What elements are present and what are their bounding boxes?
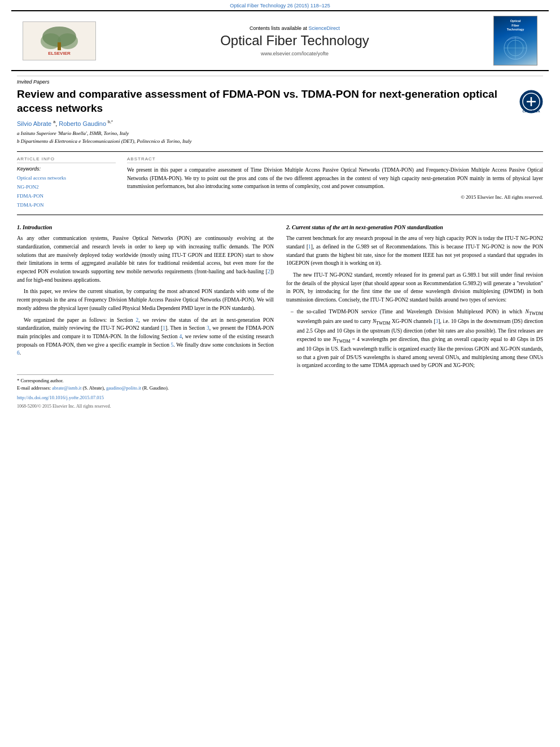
footnote-area: * Corresponding author. E-mail addresses… bbox=[17, 374, 274, 392]
section1-heading: 1. Introduction bbox=[17, 223, 274, 232]
list-item-twdm: – the so-called TWDM-PON service (Time a… bbox=[286, 308, 543, 370]
these-word: these bbox=[517, 355, 528, 360]
abstract-heading: ABSTRACT bbox=[127, 156, 543, 163]
main-content: Invited Papers Review and comparative as… bbox=[0, 71, 560, 416]
section2-heading: 2. Current status of the art in next-gen… bbox=[286, 223, 543, 232]
email-label: E-mail addresses: bbox=[17, 385, 51, 391]
doi-line[interactable]: http://dx.doi.org/10.1016/j.yofte.2015.0… bbox=[17, 394, 274, 401]
elsevier-tree-icon: ELSEVIER bbox=[34, 25, 85, 56]
email-line: E-mail addresses: abrate@ismb.it (S. Abr… bbox=[17, 385, 274, 392]
svg-rect-4 bbox=[58, 42, 61, 50]
copyright-notice: © 2015 Elsevier Inc. All rights reserved… bbox=[127, 194, 543, 200]
contents-available: Contents lists available at ScienceDirec… bbox=[102, 25, 488, 31]
right-column: 2. Current status of the art in next-gen… bbox=[286, 223, 543, 410]
keyword-3[interactable]: FDMA-PON bbox=[17, 191, 116, 200]
section1-para1: As any other communication systems, Pass… bbox=[17, 234, 274, 284]
body-columns: 1. Introduction As any other communicati… bbox=[17, 223, 543, 410]
authors-line: Silvio Abrate a, Roberto Gaudino b,* bbox=[17, 120, 543, 127]
crossmark-icon: CrossMark bbox=[519, 90, 543, 113]
keywords-label: Keywords: bbox=[17, 166, 116, 172]
cover-title-text: OpticalFiberTechnology bbox=[507, 19, 524, 32]
affiliations: a Istituto Superiore 'Mario Boella', ISM… bbox=[17, 129, 543, 146]
journal-ref: Optical Fiber Technology 26 (2015) 118–1… bbox=[230, 3, 330, 8]
section1-para2: In this paper, we review the current sit… bbox=[17, 287, 274, 312]
section2-para1: The current benchmark for any research p… bbox=[286, 234, 543, 268]
list-dash: – bbox=[291, 308, 294, 370]
abstract-panel: ABSTRACT We present in this paper a comp… bbox=[127, 156, 543, 210]
keyword-2[interactable]: NG-PON2 bbox=[17, 182, 116, 191]
paper-title: Review and comparative assessment of FDM… bbox=[17, 88, 502, 115]
journal-header: ELSEVIER Contents lists available at Sci… bbox=[11, 10, 549, 71]
affiliation-a: a Istituto Superiore 'Mario Boella', ISM… bbox=[17, 129, 543, 137]
article-info-panel: ARTICLE INFO Keywords: Optical access ne… bbox=[17, 156, 116, 210]
svg-text:ELSEVIER: ELSEVIER bbox=[48, 51, 71, 56]
cover-decoration bbox=[498, 34, 532, 62]
invited-papers-label: Invited Papers bbox=[17, 76, 543, 85]
list-item-text: the so-called TWDM-PON service (Time and… bbox=[297, 308, 543, 370]
corresponding-author-note: * Corresponding author. bbox=[17, 377, 274, 385]
issn-line: 1068-5200/© 2015 Elsevier Inc. All right… bbox=[17, 403, 274, 410]
affiliation-b: b Dipartimento di Elettronica e Telecomu… bbox=[17, 137, 543, 145]
sciencedirect-link[interactable]: ScienceDirect bbox=[309, 25, 340, 31]
author-silvio: Silvio Abrate bbox=[17, 120, 51, 127]
email-addresses: abrate@ismb.it (S. Abrate), gaudino@poli… bbox=[52, 385, 169, 391]
elsevier-logo-area: ELSEVIER bbox=[23, 21, 96, 60]
keywords-list: Optical access networks NG-PON2 FDMA-PON… bbox=[17, 173, 116, 210]
journal-header-center: Contents lists available at ScienceDirec… bbox=[96, 25, 493, 56]
section1-para3: We organized the paper as follows: in Se… bbox=[17, 316, 274, 358]
section2-para2: The new ITU-T NG-PON2 standard, recently… bbox=[286, 271, 543, 304]
journal-url: www.elsevier.com/locate/yofte bbox=[102, 51, 488, 56]
author-roberto: Roberto Gaudino bbox=[59, 120, 106, 127]
article-info-heading: ARTICLE INFO bbox=[17, 156, 116, 163]
svg-text:CrossMark: CrossMark bbox=[522, 110, 540, 113]
journal-cover-thumbnail: OpticalFiberTechnology bbox=[493, 16, 537, 65]
title-row: Review and comparative assessment of FDM… bbox=[17, 88, 543, 115]
keyword-4[interactable]: TDMA-PON bbox=[17, 200, 116, 209]
journal-top-bar: Optical Fiber Technology 26 (2015) 118–1… bbox=[0, 0, 560, 10]
keyword-1[interactable]: Optical access networks bbox=[17, 173, 116, 182]
left-column: 1. Introduction As any other communicati… bbox=[17, 223, 274, 410]
journal-title-header: Optical Fiber Technology bbox=[102, 33, 488, 49]
article-abstract-row: ARTICLE INFO Keywords: Optical access ne… bbox=[17, 151, 543, 215]
abstract-text: We present in this paper a comparative a… bbox=[127, 166, 543, 191]
crossmark-badge[interactable]: CrossMark bbox=[519, 90, 543, 115]
